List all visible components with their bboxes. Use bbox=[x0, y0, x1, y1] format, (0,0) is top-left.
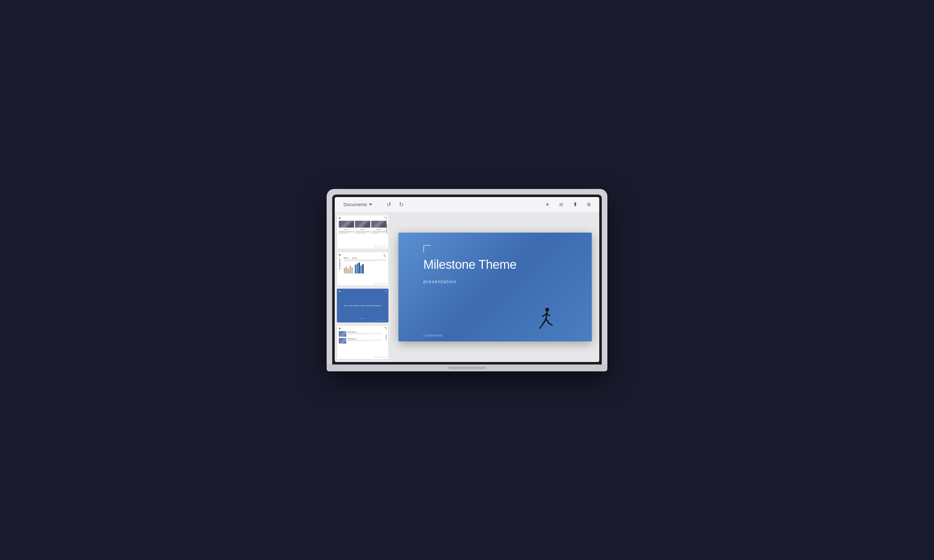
slide1-footer: Milestone presentation 1 bbox=[375, 246, 387, 248]
main-content: M Phase 1 Phase 2 Phase bbox=[335, 212, 599, 362]
bar-5 bbox=[351, 267, 353, 274]
slide4-items: Project name 1 bbox=[339, 331, 387, 344]
line bbox=[355, 231, 370, 231]
undo-button[interactable]: ↺ bbox=[385, 200, 393, 209]
laptop-bezel: Documents ↺ ↻ + bbox=[332, 195, 602, 365]
line bbox=[355, 231, 370, 232]
laptop-screen: Documents ↺ ↻ + bbox=[335, 197, 599, 362]
slide4-project1-title: Project name 1 bbox=[348, 331, 382, 333]
chevron-down-icon bbox=[369, 204, 372, 206]
slide3-corner-icon bbox=[384, 290, 387, 293]
slide2-text-lines bbox=[344, 259, 387, 262]
svg-line-7 bbox=[549, 323, 552, 325]
slide1-labels: Phase 1 Phase 2 Phase 3 bbox=[339, 229, 387, 230]
svg-line-6 bbox=[546, 319, 549, 323]
slide4-corner-icon bbox=[384, 328, 387, 330]
toolbar-left: Documents bbox=[341, 200, 375, 208]
line bbox=[339, 233, 348, 234]
app: Documents ↺ ↻ + bbox=[335, 197, 599, 362]
toolbar-actions: ↺ ↻ bbox=[385, 200, 406, 209]
line bbox=[344, 259, 387, 260]
slide4-sidebar-label: NEXT bbox=[385, 335, 387, 340]
undo-icon: ↺ bbox=[387, 201, 391, 208]
bar-2 bbox=[346, 266, 347, 274]
slide2-months: Month 1 Month 2 bbox=[344, 257, 387, 259]
plus-icon: + bbox=[546, 201, 550, 208]
bar-3 bbox=[348, 269, 349, 274]
bar-4 bbox=[349, 266, 351, 274]
main-slide: Milestone Theme presentation bbox=[398, 232, 592, 342]
bar-9 bbox=[360, 266, 362, 274]
redo-icon: ↻ bbox=[399, 201, 404, 208]
slide4-item-1: Project name 1 bbox=[339, 331, 382, 337]
slide4-item-2-lines bbox=[348, 340, 382, 342]
slide1-corner-icon bbox=[384, 217, 387, 220]
slide1-phase2-label: Phase 2 bbox=[355, 229, 370, 230]
slide1-sidebar-label: PROJECT bbox=[386, 225, 388, 234]
line bbox=[339, 232, 354, 233]
slide-thumb-2[interactable]: M TEAMWORK Month 1 Month 2 bbox=[337, 252, 389, 286]
line bbox=[344, 260, 387, 261]
main-slide-corner-icon bbox=[423, 245, 431, 252]
slide-thumb-1[interactable]: M Phase 1 Phase 2 Phase bbox=[337, 215, 389, 249]
bar-6 bbox=[355, 265, 356, 274]
month2-label: Month 2 bbox=[352, 257, 357, 259]
laptop-outer: Documents ↺ ↻ + bbox=[327, 189, 607, 371]
slide-thumb-3[interactable]: M "It is not about ideas. It is about ma… bbox=[337, 288, 389, 323]
line bbox=[371, 231, 387, 232]
slide4-item-2: Project name 2 bbox=[339, 338, 382, 344]
slide4-item-1-lines bbox=[348, 333, 382, 335]
toolbar: Documents ↺ ↻ + bbox=[335, 197, 599, 212]
slide4-item-1-text: Project name 1 bbox=[348, 331, 382, 335]
slide4-item-2-text: Project name 2 bbox=[348, 338, 382, 342]
sliders-icon: ⊟ bbox=[559, 202, 563, 207]
slide1-phase1-label: Phase 1 bbox=[339, 229, 354, 230]
slide4-project2-title: Project name 2 bbox=[348, 338, 382, 340]
svg-line-4 bbox=[543, 319, 546, 324]
upload-icon: ⬆ bbox=[573, 202, 577, 207]
documents-label: Documents bbox=[344, 202, 367, 207]
line bbox=[348, 341, 365, 341]
laptop-notch bbox=[448, 367, 486, 369]
documents-button[interactable]: Documents bbox=[341, 200, 375, 208]
line bbox=[355, 232, 370, 233]
slide1-images bbox=[339, 221, 387, 228]
share-button[interactable]: ⬆ bbox=[570, 200, 579, 209]
settings-button[interactable]: ⚙ bbox=[584, 200, 593, 209]
line bbox=[339, 231, 354, 231]
laptop-base bbox=[327, 365, 607, 371]
sliders-button[interactable]: ⊟ bbox=[557, 200, 566, 209]
slide4-m-label: M bbox=[339, 328, 341, 329]
bar-10 bbox=[362, 264, 364, 274]
slide3-footer: Milestone presentation 3 bbox=[375, 320, 387, 321]
slide-panel: M Phase 1 Phase 2 Phase bbox=[335, 212, 391, 362]
slide3-m-label: M bbox=[339, 290, 341, 292]
bar-chart bbox=[344, 263, 387, 274]
walking-person-icon bbox=[537, 307, 554, 332]
line bbox=[348, 334, 368, 334]
add-button[interactable]: + bbox=[543, 200, 552, 209]
main-slide-subtitle: presentation bbox=[423, 279, 579, 284]
slide1-header: M bbox=[339, 217, 387, 220]
line bbox=[355, 233, 365, 234]
slide1-m-label: M bbox=[339, 217, 341, 219]
bar-8 bbox=[358, 263, 360, 274]
walking-person-figure bbox=[537, 307, 554, 332]
redo-button[interactable]: ↻ bbox=[397, 200, 406, 209]
main-slide-title: Milestone Theme bbox=[423, 258, 579, 272]
line bbox=[371, 233, 379, 234]
bar-7 bbox=[356, 263, 358, 274]
svg-line-2 bbox=[542, 314, 546, 317]
bar-1 bbox=[344, 268, 345, 274]
slide4-img-2 bbox=[339, 338, 346, 344]
slide2-header: M bbox=[339, 254, 387, 256]
slide2-footer: Milestone presentation 2 bbox=[375, 283, 387, 285]
slide-thumb-4[interactable]: M NEXT Project name 1 bbox=[337, 325, 389, 360]
slide2-m-label: M bbox=[339, 254, 341, 256]
line bbox=[344, 261, 374, 262]
gear-icon: ⚙ bbox=[587, 202, 591, 207]
line bbox=[339, 231, 354, 232]
slide1-col-2 bbox=[355, 231, 370, 234]
slide4-img-1 bbox=[339, 331, 346, 337]
slide1-phase3-label: Phase 3 bbox=[371, 229, 387, 230]
